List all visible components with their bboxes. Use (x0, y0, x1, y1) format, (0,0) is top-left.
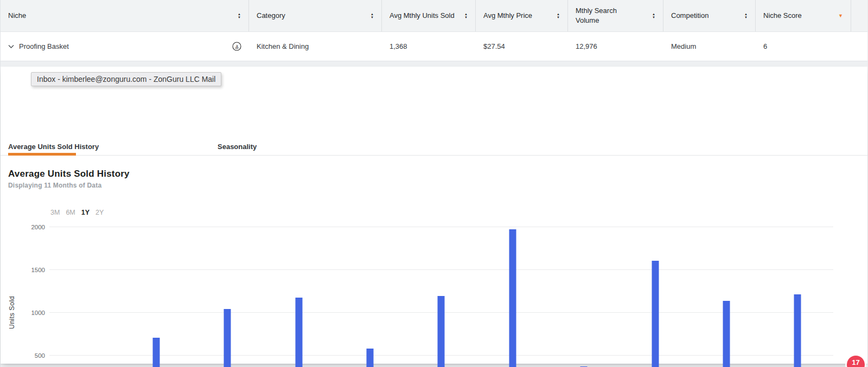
bar-may-20[interactable] (652, 261, 659, 367)
range-option-6m[interactable]: 6M (66, 209, 75, 216)
tab-average-units-sold-history[interactable]: Average Units Sold History (8, 143, 218, 151)
chart-subtitle: Displaying 11 Months of Data (8, 182, 101, 189)
range-selector: 3M6M1Y2Y (50, 209, 104, 216)
sort-icon: ▲▼ (648, 13, 655, 19)
range-option-3m[interactable]: 3M (50, 209, 60, 216)
avg-mthly-units-sold-value: 1,368 (390, 42, 407, 50)
bar-slot: Nov 19 (192, 227, 263, 367)
column-label: Category (257, 11, 285, 21)
bar-slot: Jun 20 (691, 227, 762, 367)
column-label: Avg Mthly Price (483, 11, 532, 21)
column-label: Competition (671, 11, 709, 21)
range-option-1y[interactable]: 1Y (81, 209, 90, 216)
bar-jun-20[interactable] (723, 301, 730, 367)
column-label: Avg Mthly Units Sold (390, 11, 455, 21)
bar-dec-19[interactable] (295, 298, 302, 367)
y-axis-title: Units Sold (8, 227, 16, 367)
bar-slot: Jan 20 (334, 227, 405, 367)
column-header-competition[interactable]: Competition▲▼ (663, 0, 756, 31)
sort-icon: ▲▼ (366, 13, 374, 19)
bar-slot: Dec 19 (263, 227, 334, 367)
niche-cell: Proofing Basket a (1, 32, 249, 61)
svg-text:a: a (235, 43, 238, 49)
chart-card: Average Units Sold History Seasonality A… (1, 67, 867, 364)
active-tab-underline (8, 153, 76, 156)
bar-feb-20[interactable] (438, 296, 445, 367)
sort-icon: ▲▼ (460, 13, 468, 19)
column-label: Niche (8, 11, 26, 21)
sort-icon: ▲▼ (740, 13, 748, 19)
tab-seasonality[interactable]: Seasonality (218, 143, 257, 151)
y-tick-label: 500 (35, 352, 45, 359)
mthly-search-volume-cell: 12,976 (568, 32, 663, 61)
tab-label: Seasonality (218, 143, 257, 151)
column-label: Niche Score (763, 11, 802, 21)
bar-slot: Jul 20 (762, 227, 833, 367)
category-value: Kitchen & Dining (257, 42, 309, 50)
page: Niche▲▼Category▲▼Avg Mthly Units Sold▲▼A… (0, 0, 868, 367)
bar-jan-20[interactable] (367, 349, 374, 367)
tab-bar: Average Units Sold History Seasonality (8, 139, 257, 153)
niche-score-value: 6 (763, 42, 767, 50)
browser-tab-tooltip: Inbox - kimberlee@zonguru.com - ZonGuru … (31, 72, 221, 86)
bar-nov-19[interactable] (224, 309, 231, 367)
chevron-down-icon[interactable] (8, 44, 14, 49)
mthly-search-volume-value: 12,976 (576, 42, 597, 50)
bar-slot: Apr 20 (548, 227, 620, 367)
y-axis-title-text: Units Sold (8, 296, 16, 329)
bar-slot: Sep 19 (49, 227, 120, 367)
plot-area: Sep 19Oct 19Nov 19Dec 19Jan 20Feb 20Mar … (49, 227, 833, 367)
avg-mthly-price-cell: $27.54 (476, 32, 568, 61)
bar-slot: Mar 20 (477, 227, 548, 367)
category-cell: Kitchen & Dining (249, 32, 382, 61)
table-row[interactable]: Proofing Basket a Kitchen & Dining 1,368… (1, 31, 867, 61)
bar-slot: Oct 19 (120, 227, 192, 367)
column-header-mthly-search-volume[interactable]: Mthly Search Volume▲▼ (568, 0, 663, 31)
section-divider (1, 61, 867, 67)
header-filler (851, 0, 867, 31)
y-axis: 0500100015002000 (19, 227, 45, 367)
range-option-2y[interactable]: 2Y (95, 209, 104, 216)
niche-name: Proofing Basket (19, 42, 69, 50)
sort-icon: ▲▼ (233, 13, 241, 19)
competition-cell: Medium (663, 32, 756, 61)
tab-label: Average Units Sold History (8, 143, 99, 151)
bar-jul-20[interactable] (794, 294, 801, 367)
bars-container: Sep 19Oct 19Nov 19Dec 19Jan 20Feb 20Mar … (49, 227, 833, 367)
tab-bar-border (1, 155, 867, 156)
column-header-category[interactable]: Category▲▼ (249, 0, 382, 31)
niche-score-cell: 6 (756, 32, 851, 61)
bar-slot: May 20 (620, 227, 691, 367)
column-header-avg-mthly-units-sold[interactable]: Avg Mthly Units Sold▲▼ (382, 0, 476, 31)
bar-oct-19[interactable] (153, 338, 160, 367)
chart-title: Average Units Sold History (8, 169, 130, 179)
avg-mthly-units-sold-cell: 1,368 (382, 32, 476, 61)
bar-mar-20[interactable] (509, 229, 516, 367)
column-label: Mthly Search Volume (576, 6, 634, 25)
y-tick-label: 1000 (31, 310, 45, 316)
table-header: Niche▲▼Category▲▼Avg Mthly Units Sold▲▼A… (1, 0, 867, 31)
sort-desc-icon: ▼ (834, 14, 843, 18)
sort-icon: ▲▼ (552, 13, 560, 19)
column-header-niche[interactable]: Niche▲▼ (1, 0, 249, 31)
y-tick-label: 2000 (31, 224, 45, 230)
column-header-niche-score[interactable]: Niche Score▼ (756, 0, 851, 31)
bar-slot: Feb 20 (406, 227, 477, 367)
column-header-avg-mthly-price[interactable]: Avg Mthly Price▲▼ (476, 0, 568, 31)
avg-mthly-price-value: $27.54 (483, 42, 505, 50)
amazon-icon: a (232, 42, 241, 51)
competition-value: Medium (671, 42, 696, 50)
y-tick-label: 1500 (31, 267, 45, 273)
